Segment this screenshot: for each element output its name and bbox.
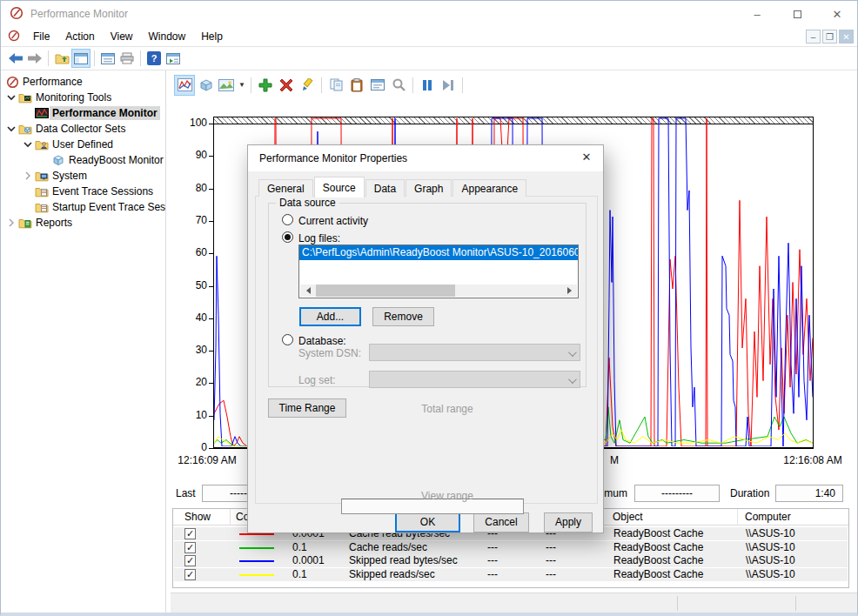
freeze-display-icon[interactable] bbox=[417, 75, 438, 96]
close-button[interactable]: ✕ bbox=[817, 1, 857, 27]
database-radio[interactable] bbox=[282, 334, 293, 345]
properties-icon[interactable] bbox=[367, 75, 388, 96]
tree-item-system[interactable]: System bbox=[1, 168, 165, 184]
tree-item-data-collector-sets[interactable]: Data Collector Sets bbox=[1, 121, 165, 137]
tree-item-performance-monitor[interactable]: Performance Monitor bbox=[1, 105, 165, 121]
change-graph-type-icon[interactable] bbox=[216, 75, 237, 96]
listbox-horizontal-scrollbar[interactable] bbox=[300, 285, 577, 297]
log-files-listbox[interactable]: C:\PerfLogs\Admin\ReadyBoost Monitor\ASU… bbox=[298, 244, 579, 298]
cell-object: ReadyBoost Cache bbox=[613, 527, 703, 540]
column-header-object[interactable]: Object bbox=[613, 511, 643, 523]
tree-item-label[interactable]: System bbox=[50, 169, 90, 183]
zoom-icon[interactable] bbox=[388, 75, 409, 96]
tab-appearance[interactable]: Appearance bbox=[452, 179, 526, 197]
add-button[interactable]: Add... bbox=[299, 307, 361, 326]
database-radio-label[interactable]: Database: bbox=[298, 335, 346, 347]
tree-item-reports[interactable]: Reports bbox=[1, 215, 165, 231]
tab-graph[interactable]: Graph bbox=[406, 179, 452, 197]
forward-icon[interactable] bbox=[25, 49, 44, 68]
tree-item-label[interactable]: Startup Event Trace Sessions bbox=[50, 200, 165, 214]
log-file-item[interactable]: C:\PerfLogs\Admin\ReadyBoost Monitor\ASU… bbox=[299, 245, 578, 260]
column-header-computer[interactable]: Computer bbox=[745, 511, 791, 523]
mdi-minimize-button[interactable]: – bbox=[806, 30, 821, 44]
log-set-combobox bbox=[369, 371, 580, 388]
maximize-button[interactable] bbox=[777, 1, 817, 27]
delete-icon[interactable] bbox=[276, 75, 297, 96]
chevron-down-icon[interactable] bbox=[4, 91, 17, 104]
remove-button[interactable]: Remove bbox=[372, 307, 434, 326]
menu-item-file[interactable]: File bbox=[25, 28, 57, 45]
console-tree-icon[interactable] bbox=[71, 49, 90, 68]
cancel-button[interactable]: Cancel bbox=[473, 512, 529, 532]
menu-item-help[interactable]: Help bbox=[193, 28, 231, 45]
action-pane-icon[interactable] bbox=[164, 49, 183, 68]
y-axis-tick-label: 90 bbox=[183, 149, 207, 161]
show-checkbox[interactable]: ✓ bbox=[184, 542, 196, 553]
cell-parent: --- bbox=[546, 554, 556, 567]
show-checkbox[interactable]: ✓ bbox=[184, 555, 196, 566]
menu-item-action[interactable]: Action bbox=[57, 28, 102, 45]
export-folder-icon[interactable] bbox=[52, 49, 71, 68]
column-header-show[interactable]: Show bbox=[184, 511, 211, 523]
log-files-radio[interactable] bbox=[282, 231, 293, 243]
current-activity-radio[interactable] bbox=[282, 214, 293, 225]
update-data-icon[interactable] bbox=[438, 75, 459, 96]
paste-counter-list-icon[interactable] bbox=[346, 75, 367, 96]
column-separator[interactable] bbox=[230, 509, 231, 526]
chevron-right-icon[interactable] bbox=[4, 217, 17, 230]
menu-item-window[interactable]: Window bbox=[141, 28, 194, 45]
scrollbar-thumb[interactable] bbox=[316, 285, 455, 297]
tree-item-label[interactable]: Performance bbox=[20, 75, 85, 89]
view-current-activity-icon[interactable] bbox=[174, 75, 195, 96]
tree-item-event-trace-sessions[interactable]: Event Trace Sessions bbox=[1, 184, 165, 199]
time-axis-label-right: 12:16:08 AM bbox=[778, 454, 848, 466]
apply-button[interactable]: Apply bbox=[544, 512, 593, 532]
tree-item-user-defined[interactable]: User Defined bbox=[1, 137, 165, 152]
tab-general[interactable]: General bbox=[258, 179, 313, 197]
legend-row[interactable]: ✓0.1Cache reads/sec------ReadyBoost Cach… bbox=[174, 541, 848, 554]
tree-item-label[interactable]: ReadyBoost Monitor bbox=[66, 153, 165, 167]
dialog-close-icon[interactable]: ✕ bbox=[578, 151, 595, 166]
time-range-button[interactable]: Time Range bbox=[268, 398, 346, 418]
legend-row[interactable]: ✓0.1Skipped reads/sec------ReadyBoost Ca… bbox=[174, 568, 848, 581]
copy-properties-icon[interactable] bbox=[325, 75, 346, 96]
legend-row[interactable]: ✓0.0001Skipped read bytes/sec------Ready… bbox=[174, 554, 848, 567]
minimize-button[interactable]: – bbox=[737, 1, 777, 27]
log-files-radio-label[interactable]: Log files: bbox=[298, 232, 340, 244]
mdi-close-button[interactable]: ✕ bbox=[839, 30, 854, 44]
cell-scale: 0.1 bbox=[292, 568, 307, 581]
tree-item-label[interactable]: Reports bbox=[33, 216, 75, 230]
scroll-right-icon[interactable] bbox=[563, 285, 577, 297]
tree-item-startup-event-trace-sessions[interactable]: Startup Event Trace Sessions bbox=[1, 199, 165, 215]
print-icon[interactable] bbox=[117, 49, 137, 68]
tree-item-monitoring-tools[interactable]: Monitoring Tools bbox=[1, 90, 165, 105]
chevron-right-icon[interactable] bbox=[21, 170, 34, 183]
tree-item-label[interactable]: Event Trace Sessions bbox=[50, 184, 156, 198]
scroll-left-icon[interactable] bbox=[300, 285, 314, 297]
help-icon[interactable]: ? bbox=[144, 49, 164, 68]
show-checkbox[interactable]: ✓ bbox=[184, 569, 196, 580]
chevron-down-icon[interactable] bbox=[4, 123, 17, 136]
chevron-down-icon[interactable] bbox=[21, 138, 34, 151]
tab-data[interactable]: Data bbox=[365, 179, 405, 197]
tree-item-label[interactable]: Performance Monitor bbox=[50, 106, 160, 120]
menu-item-view[interactable]: View bbox=[103, 28, 141, 45]
highlight-icon[interactable] bbox=[297, 75, 318, 96]
graph-type-dropdown-icon[interactable]: ▼ bbox=[237, 75, 247, 96]
current-activity-radio-label[interactable]: Current activity bbox=[298, 215, 368, 227]
back-icon[interactable] bbox=[6, 49, 25, 68]
tree-item-label[interactable]: User Defined bbox=[50, 137, 116, 151]
column-separator[interactable] bbox=[737, 509, 738, 526]
view-log-data-icon[interactable] bbox=[195, 75, 216, 96]
add-counter-icon[interactable] bbox=[255, 75, 276, 96]
y-axis-tick-label: 100 bbox=[183, 117, 207, 129]
ok-button[interactable]: OK bbox=[395, 512, 460, 532]
show-checkbox[interactable]: ✓ bbox=[184, 528, 196, 539]
tree-item-performance[interactable]: Performance bbox=[1, 74, 165, 90]
tree-item-label[interactable]: Data Collector Sets bbox=[33, 122, 128, 136]
tab-source[interactable]: Source bbox=[314, 177, 365, 198]
properties-pane-icon[interactable] bbox=[98, 49, 117, 68]
tree-item-readyboost-monitor[interactable]: ReadyBoost Monitor bbox=[1, 152, 165, 168]
tree-item-label[interactable]: Monitoring Tools bbox=[33, 90, 114, 104]
mdi-restore-button[interactable]: ❐ bbox=[822, 30, 837, 44]
